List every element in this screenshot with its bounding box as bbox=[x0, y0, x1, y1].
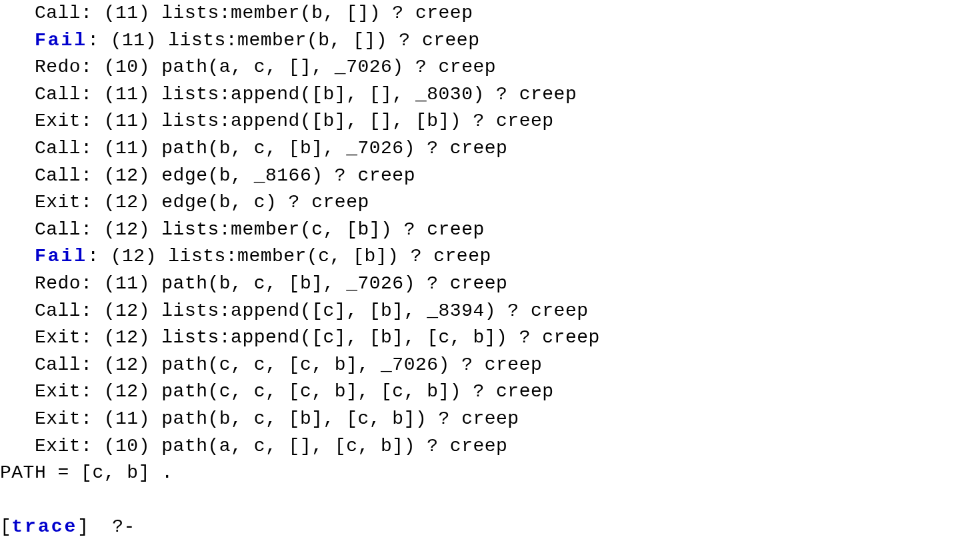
trace-colon: : bbox=[81, 408, 104, 429]
trace-after: ? creep bbox=[415, 138, 507, 159]
trace-indent bbox=[0, 84, 35, 105]
trace-colon: : bbox=[81, 300, 104, 321]
trace-line: Exit: (11) path(b, c, [b], [c, b]) ? cre… bbox=[0, 406, 980, 433]
trace-depth: (12) bbox=[104, 192, 150, 213]
trace-indent bbox=[0, 300, 35, 321]
trace-colon: : bbox=[81, 273, 104, 294]
trace-indent bbox=[0, 354, 35, 375]
trace-port: Call bbox=[35, 300, 81, 321]
trace-depth: (12) bbox=[104, 327, 150, 348]
trace-indent bbox=[0, 219, 35, 240]
trace-port: Exit bbox=[35, 327, 81, 348]
trace-indent bbox=[0, 381, 35, 402]
trace-depth: (11) bbox=[104, 138, 150, 159]
trace-depth: (11) bbox=[104, 273, 150, 294]
trace-port: Fail bbox=[35, 246, 87, 267]
trace-after: ? creep bbox=[507, 327, 599, 348]
trace-goal: path(c, c, [c, b], [c, b]) bbox=[161, 381, 461, 402]
trace-colon: : bbox=[81, 111, 104, 131]
trace-goal: path(a, c, [], [c, b]) bbox=[161, 436, 415, 456]
trace-depth: (11) bbox=[104, 3, 150, 23]
trace-after: ? creep bbox=[415, 273, 507, 294]
trace-port: Call bbox=[35, 354, 81, 375]
trace-indent bbox=[0, 111, 35, 131]
trace-port: Call bbox=[35, 3, 81, 23]
trace-after: ? creep bbox=[323, 165, 415, 186]
trace-colon: : bbox=[87, 246, 111, 267]
trace-depth: (10) bbox=[104, 57, 150, 77]
trace-line: Call: (12) edge(b, _8166) ? creep bbox=[0, 163, 980, 190]
trace-goal: lists:member(c, [b]) bbox=[161, 219, 392, 240]
trace-after: ? creep bbox=[387, 30, 479, 51]
trace-colon: : bbox=[81, 57, 104, 77]
trace-depth: (11) bbox=[104, 84, 150, 105]
trace-indent bbox=[0, 246, 35, 267]
trace-port: Exit bbox=[35, 192, 81, 213]
trace-goal: path(a, c, [], _7026) bbox=[161, 57, 403, 77]
trace-depth: (12) bbox=[104, 219, 150, 240]
trace-after: ? creep bbox=[496, 300, 588, 321]
trace-after: ? creep bbox=[427, 408, 519, 429]
trace-goal: lists:append([b], [], [b]) bbox=[161, 111, 461, 131]
trace-depth: (12) bbox=[104, 165, 150, 186]
trace-colon: : bbox=[81, 165, 104, 186]
trace-line: Call: (11) lists:member(b, []) ? creep bbox=[0, 0, 980, 27]
trace-port: Call bbox=[35, 165, 81, 186]
trace-goal: path(b, c, [b], [c, b]) bbox=[161, 408, 427, 429]
result-line: PATH = [c, b] . bbox=[0, 460, 980, 487]
trace-colon: : bbox=[81, 327, 104, 348]
trace-depth: (12) bbox=[104, 381, 150, 402]
trace-goal: path(c, c, [c, b], _7026) bbox=[161, 354, 450, 375]
trace-goal: edge(b, _8166) bbox=[161, 165, 323, 186]
trace-after: ? creep bbox=[415, 436, 507, 456]
trace-colon: : bbox=[81, 138, 104, 159]
trace-colon: : bbox=[81, 354, 104, 375]
trace-after: ? creep bbox=[381, 3, 473, 23]
trace-line: Exit: (12) path(c, c, [c, b], [c, b]) ? … bbox=[0, 378, 980, 406]
bracket-right: ] bbox=[77, 516, 89, 537]
trace-line: Exit: (12) edge(b, c) ? creep bbox=[0, 189, 980, 217]
trace-colon: : bbox=[81, 192, 104, 213]
trace-colon: : bbox=[81, 381, 104, 402]
terminal-output: Call: (11) lists:member(b, []) ? creep F… bbox=[0, 0, 980, 539]
trace-line: Call: (12) lists:append([c], [b], _8394)… bbox=[0, 298, 980, 325]
trace-colon: : bbox=[81, 3, 104, 23]
prompt-tail: ?- bbox=[89, 516, 135, 537]
trace-line: Call: (12) lists:member(c, [b]) ? creep bbox=[0, 217, 980, 244]
blank-line bbox=[0, 487, 980, 514]
trace-indent bbox=[0, 408, 35, 429]
trace-goal: lists:member(b, []) bbox=[168, 30, 387, 51]
trace-indent bbox=[0, 436, 35, 456]
trace-goal: lists:append([c], [b], [c, b]) bbox=[161, 327, 507, 348]
trace-goal: lists:append([b], [], _8030) bbox=[161, 84, 484, 105]
trace-goal: lists:member(b, []) bbox=[161, 3, 381, 23]
trace-port: Call bbox=[35, 138, 81, 159]
trace-goal: lists:member(c, [b]) bbox=[168, 246, 399, 267]
trace-goal: lists:append([c], [b], _8394) bbox=[161, 300, 496, 321]
trace-goal: edge(b, c) bbox=[161, 192, 277, 213]
trace-line: Call: (12) path(c, c, [c, b], _7026) ? c… bbox=[0, 352, 980, 379]
trace-depth: (12) bbox=[104, 300, 150, 321]
trace-after: ? creep bbox=[399, 246, 491, 267]
trace-port: Redo bbox=[35, 57, 81, 77]
trace-line: Fail: (11) lists:member(b, []) ? creep bbox=[0, 27, 980, 55]
trace-indent bbox=[0, 273, 35, 294]
trace-depth: (11) bbox=[104, 408, 150, 429]
trace-port: Redo bbox=[35, 273, 81, 294]
trace-depth: (12) bbox=[104, 354, 150, 375]
trace-line: Exit: (10) path(a, c, [], [c, b]) ? cree… bbox=[0, 433, 980, 460]
trace-depth: (10) bbox=[104, 436, 150, 456]
trace-port: Exit bbox=[35, 381, 81, 402]
trace-goal: path(b, c, [b], _7026) bbox=[161, 273, 415, 294]
trace-port: Call bbox=[35, 84, 81, 105]
trace-after: ? creep bbox=[450, 354, 542, 375]
trace-after: ? creep bbox=[461, 111, 553, 131]
trace-line: Redo: (10) path(a, c, [], _7026) ? creep bbox=[0, 54, 980, 81]
bracket-left: [ bbox=[0, 516, 11, 537]
prompt-line[interactable]: [trace] ?- bbox=[0, 514, 980, 539]
trace-colon: : bbox=[81, 84, 104, 105]
trace-indent bbox=[0, 192, 35, 213]
trace-indent bbox=[0, 138, 35, 159]
trace-keyword: trace bbox=[11, 516, 77, 537]
trace-after: ? creep bbox=[392, 219, 484, 240]
